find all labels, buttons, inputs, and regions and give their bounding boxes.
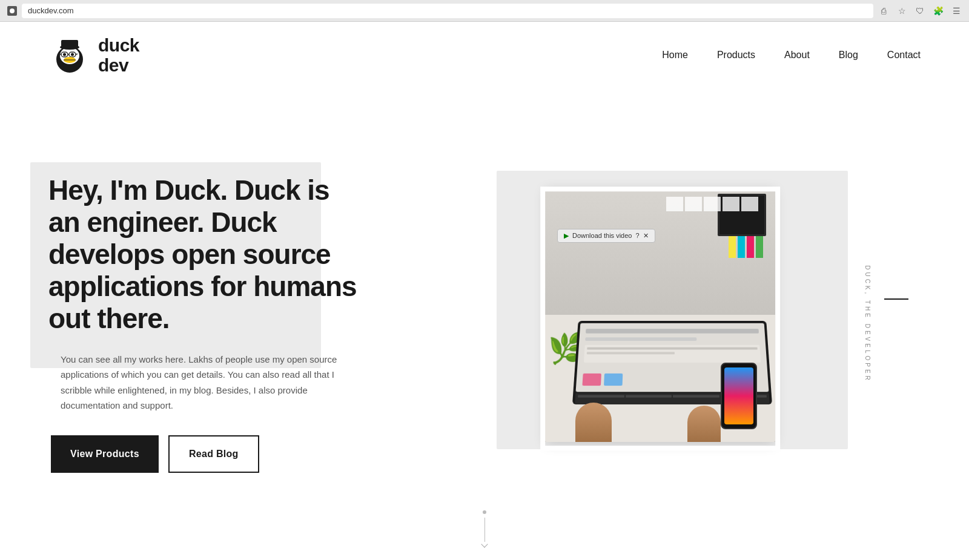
hero-image: ▶ Download this video ? ✕ 🌿 — [545, 188, 775, 442]
hero-heading: Hey, I'm Duck. Duck is an engineer. Duck… — [48, 174, 363, 334]
read-blog-button[interactable]: Read Blog — [168, 435, 259, 473]
logo-icon — [48, 34, 91, 76]
browser-favicon — [7, 6, 17, 16]
website-content: duck dev Home Products About Blog Contac… — [0, 22, 969, 560]
extensions-icon[interactable]: 🧩 — [933, 5, 944, 16]
scroll-line — [484, 518, 485, 542]
color-bars — [729, 236, 763, 258]
hero-subtext: You can see all my works here. Lakhs of … — [48, 352, 339, 413]
svg-line-6 — [59, 54, 61, 54]
download-video-popup: ▶ Download this video ? ✕ — [557, 229, 655, 243]
logo-text: duck dev — [98, 35, 139, 75]
hero-image-inner: ▶ Download this video ? ✕ 🌿 — [545, 188, 775, 442]
hero-buttons: View Products Read Blog — [48, 435, 424, 473]
menu-icon[interactable]: ☰ — [951, 5, 962, 16]
svg-point-9 — [71, 53, 74, 56]
nav-contact[interactable]: Contact — [887, 50, 921, 61]
side-text: DUCK, THE DEVELOPER — [865, 265, 871, 383]
nav-about[interactable]: About — [784, 50, 810, 61]
hero-section: Hey, I'm Duck. Duck is an engineer. Duck… — [0, 88, 969, 559]
logo[interactable]: duck dev — [48, 34, 139, 76]
svg-point-0 — [10, 8, 15, 13]
svg-rect-13 — [61, 40, 78, 48]
shield-icon[interactable]: 🛡 — [914, 5, 925, 16]
bookmark-icon[interactable]: ☆ — [896, 5, 907, 16]
nav-blog[interactable]: Blog — [839, 50, 858, 61]
scroll-indicator — [482, 510, 487, 547]
main-nav: Home Products About Blog Contact — [662, 50, 921, 61]
view-products-button[interactable]: View Products — [51, 435, 159, 473]
svg-line-7 — [76, 54, 78, 54]
url-text: duckdev.com — [28, 6, 74, 15]
scroll-arrow-down — [481, 541, 488, 547]
svg-point-8 — [63, 53, 66, 56]
scroll-dot — [483, 510, 486, 514]
phone — [721, 363, 757, 429]
site-header: duck dev Home Products About Blog Contac… — [0, 22, 969, 88]
line-accent — [884, 298, 908, 300]
browser-url-bar[interactable]: duckdev.com — [22, 4, 873, 18]
browser-chrome: duckdev.com ⎙ ☆ 🛡 🧩 ☰ — [0, 0, 969, 22]
hero-left: Hey, I'm Duck. Duck is an engineer. Duck… — [48, 174, 424, 472]
hero-right: ▶ Download this video ? ✕ 🌿 — [424, 113, 921, 535]
nav-home[interactable]: Home — [662, 50, 688, 61]
share-icon[interactable]: ⎙ — [878, 5, 889, 16]
nav-products[interactable]: Products — [717, 50, 755, 61]
browser-actions: ⎙ ☆ 🛡 🧩 ☰ — [878, 5, 962, 16]
